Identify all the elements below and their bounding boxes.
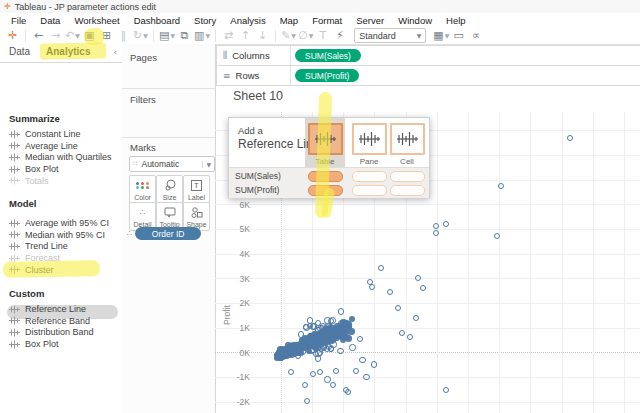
scatter-point[interactable] (433, 230, 439, 236)
scatter-point[interactable] (415, 275, 421, 281)
sidebar-item-average-line[interactable]: Average Line (9, 140, 78, 152)
scatter-point[interactable] (337, 348, 343, 354)
marks-button-label[interactable]: TLabel (183, 175, 210, 204)
scatter-point[interactable] (443, 387, 449, 393)
menu-item-help[interactable]: Help (439, 15, 473, 26)
ask-data-button[interactable]: ⚡ (332, 28, 347, 43)
scatter-point[interactable] (395, 305, 401, 311)
reference-slot-table[interactable] (308, 171, 343, 182)
save-button[interactable]: ▣ (82, 28, 97, 43)
scatter-point[interactable] (443, 221, 449, 227)
sidebar-item-reference-band[interactable]: Reference Band (9, 315, 90, 327)
sidebar-item-average-with-95-ci[interactable]: Average with 95% CI (9, 217, 109, 229)
order-id-pill[interactable]: Order ID (135, 227, 201, 240)
scope-option-pane[interactable]: Pane (349, 123, 389, 166)
scatter-point[interactable] (324, 376, 330, 382)
marks-button-color[interactable]: Color (129, 175, 156, 204)
scatter-point[interactable] (407, 334, 413, 340)
scatter-point[interactable] (324, 317, 330, 323)
menu-item-story[interactable]: Story (187, 15, 223, 26)
text-label-button[interactable]: T (315, 28, 330, 43)
add-data-button[interactable]: ⊞ (99, 28, 114, 43)
scatter-point[interactable] (413, 315, 419, 321)
scatter-point[interactable] (333, 368, 339, 374)
tableau-logo[interactable]: ✛ (5, 28, 20, 43)
scatter-point[interactable] (344, 333, 350, 339)
menu-item-format[interactable]: Format (305, 15, 349, 26)
scatter-point[interactable] (288, 369, 294, 375)
sidebar-item-reference-line[interactable]: Reference Line (9, 303, 86, 315)
scatter-point[interactable] (363, 374, 369, 380)
scatter-point[interactable] (321, 343, 327, 349)
scatter-point[interactable] (387, 289, 393, 295)
menu-item-window[interactable]: Window (391, 15, 439, 26)
scatter-point[interactable] (276, 349, 282, 355)
scatter-point[interactable] (345, 389, 351, 395)
reference-slot-pane[interactable] (352, 185, 387, 196)
scatter-point[interactable] (338, 308, 344, 314)
back-button[interactable]: ← (31, 28, 46, 43)
highlight-button[interactable]: ✎▼ (281, 28, 296, 43)
sum-profit-pill[interactable]: SUM(Profit) (295, 69, 359, 82)
menu-item-server[interactable]: Server (349, 15, 391, 26)
scatter-point[interactable] (378, 265, 384, 271)
scatter-point[interactable] (315, 350, 321, 356)
sum-sales-pill[interactable]: SUM(Sales) (295, 49, 361, 62)
sidebar-item-distribution-band[interactable]: Distribution Band (9, 326, 94, 338)
scatter-point[interactable] (304, 398, 310, 404)
scatter-point[interactable] (420, 285, 426, 291)
swap-button[interactable]: ⇄ (221, 28, 236, 43)
new-worksheet-button[interactable]: ▤▼ (159, 28, 175, 43)
member-button[interactable]: ∅▼ (298, 28, 313, 43)
sidebar-item-cluster[interactable]: Cluster (9, 264, 54, 276)
menu-item-file[interactable]: File (4, 15, 33, 26)
sidebar-item-median-with-95-ci[interactable]: Median with 95% CI (9, 229, 105, 241)
sidebar-item-box-plot[interactable]: Box Plot (9, 338, 59, 350)
scatter-point[interactable] (311, 323, 317, 329)
collapse-pane-icon[interactable]: ‹ (113, 47, 117, 57)
reference-slot-cell[interactable] (390, 171, 425, 182)
scope-option-cell[interactable]: Cell (387, 123, 427, 166)
sidebar-item-box-plot[interactable]: Box Plot (9, 163, 59, 175)
sort-descending-button[interactable]: ↓ (255, 28, 270, 43)
scatter-point[interactable] (310, 335, 316, 341)
show-me-button[interactable]: ▦▼ (433, 28, 449, 43)
scatter-point[interactable] (357, 336, 363, 342)
redo-button[interactable]: ↶▼ (65, 28, 80, 43)
scatter-point[interactable] (317, 369, 323, 375)
mark-type-dropdown[interactable]: ∷ Automatic ▼ (129, 156, 215, 172)
tab-analytics[interactable]: Analytics (46, 46, 90, 57)
scatter-point[interactable] (299, 348, 305, 354)
duplicate-button[interactable]: ⧉ (177, 28, 192, 43)
scatter-point[interactable] (330, 382, 336, 388)
tab-data[interactable]: Data (9, 46, 30, 57)
scatter-point[interactable] (353, 368, 359, 374)
scatter-point[interactable] (328, 332, 334, 338)
refresh-button[interactable]: ↻▼ (133, 28, 148, 43)
scope-option-table[interactable]: Table (305, 123, 345, 166)
reference-slot-cell[interactable] (390, 185, 425, 196)
columns-shelf[interactable]: ⫼ Columns SUM(Sales) (216, 45, 640, 66)
clear-sheet-button[interactable]: ▥▼ (194, 28, 210, 43)
marks-button-size[interactable]: Size (156, 175, 183, 204)
scatter-point[interactable] (298, 331, 304, 337)
scatter-point[interactable] (498, 183, 504, 189)
sidebar-item-constant-line[interactable]: Constant Line (9, 128, 81, 140)
view-mode-select[interactable]: Standard▼ (354, 28, 426, 43)
scatter-point[interactable] (359, 357, 365, 363)
reference-slot-pane[interactable] (352, 171, 387, 182)
sidebar-item-median-with-quartiles[interactable]: Median with Quartiles (9, 151, 112, 163)
share-button[interactable]: ∝ (468, 28, 483, 43)
scatter-point[interactable] (328, 345, 334, 351)
forward-button[interactable]: → (48, 28, 63, 43)
reference-slot-table[interactable] (308, 185, 343, 196)
scatter-point[interactable] (399, 330, 405, 336)
menu-item-data[interactable]: Data (33, 15, 67, 26)
menu-item-worksheet[interactable]: Worksheet (67, 15, 126, 26)
menu-item-dashboard[interactable]: Dashboard (127, 15, 187, 26)
sidebar-item-trend-line[interactable]: Trend Line (9, 240, 68, 252)
pause-updates-button[interactable]: ‖ (116, 28, 131, 43)
scatter-point[interactable] (349, 344, 355, 350)
scatter-point[interactable] (302, 382, 308, 388)
rows-shelf[interactable]: ≡ Rows SUM(Profit) (216, 65, 640, 86)
